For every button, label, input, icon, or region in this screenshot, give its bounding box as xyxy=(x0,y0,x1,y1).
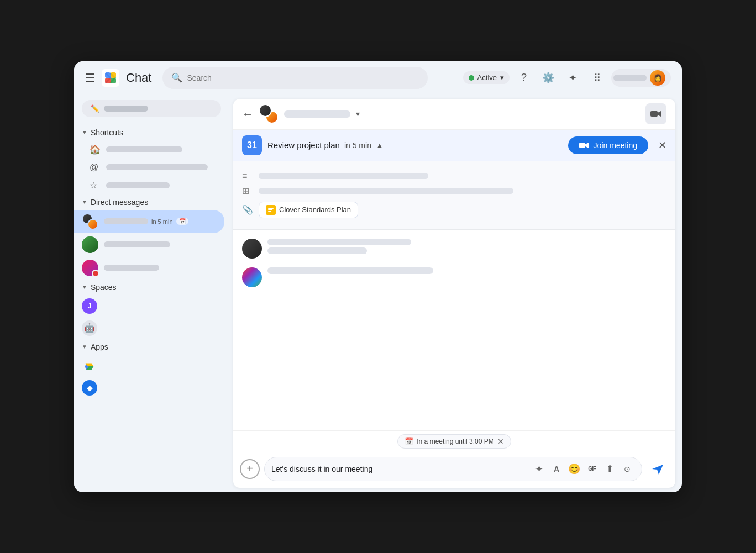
direct-messages-section-header[interactable]: ▼ Direct messages xyxy=(74,194,229,210)
message-row-1 xyxy=(242,239,666,259)
main-layout: ✏️ ▼ Shortcuts 🏠 @ ☆ ▼ xyxy=(74,94,682,492)
msg-bubble-1 xyxy=(267,239,411,254)
chat-avatar-group xyxy=(259,104,279,124)
status-button[interactable]: Active ▾ xyxy=(463,71,510,84)
svg-rect-8 xyxy=(268,208,274,209)
chat-area: ← ▾ 31 xyxy=(233,99,675,488)
apps-item-drive[interactable] xyxy=(74,355,224,377)
header-right xyxy=(645,103,666,124)
dm-item-2[interactable] xyxy=(74,256,224,280)
attachment-icon: 📎 xyxy=(242,204,253,215)
msg-bar-2 xyxy=(259,188,513,194)
emoji-button[interactable]: 😊 xyxy=(566,461,582,477)
attachment-name: Clover Standards Plan xyxy=(279,206,351,214)
apps-item-2[interactable]: ◆ xyxy=(74,377,224,399)
shortcuts-label: Shortcuts xyxy=(91,128,123,137)
layout-icon: ⊞ xyxy=(242,186,253,196)
dm-info-2 xyxy=(104,265,217,271)
dm-item-1[interactable] xyxy=(74,233,224,256)
message-input-field: ✦ A 😊 GIF ⬆ ⊙ xyxy=(264,457,642,481)
message-row-2 xyxy=(242,267,666,287)
apps-grid-button[interactable]: ⠿ xyxy=(587,68,607,88)
svg-rect-9 xyxy=(268,209,272,210)
search-input[interactable] xyxy=(187,73,419,82)
video-call-button[interactable] xyxy=(645,103,666,124)
dm-avatar-group-0 xyxy=(82,213,98,230)
status-close-button[interactable]: ✕ xyxy=(497,437,504,446)
chat-av1 xyxy=(259,104,272,117)
back-button[interactable]: ← xyxy=(242,108,253,120)
search-icon: 🔍 xyxy=(171,72,182,83)
status-dot xyxy=(469,75,474,81)
drive-icon xyxy=(82,358,97,373)
apps-label: Apps xyxy=(91,343,108,351)
msg-text-bar-1-2 xyxy=(267,247,367,254)
new-chat-icon: ✏️ xyxy=(91,104,99,113)
dm-avatar-1 xyxy=(82,236,98,253)
meeting-info: Review project plan in 5 min ▲ xyxy=(267,140,563,150)
add-attachment-button[interactable]: + xyxy=(240,459,260,479)
chat-messages xyxy=(233,230,675,430)
meeting-status-icon: 📅 xyxy=(405,437,413,445)
shortcuts-section-header[interactable]: ▼ Shortcuts xyxy=(74,125,229,140)
upload-button[interactable]: ⬆ xyxy=(602,461,617,477)
starred-icon: ☆ xyxy=(90,180,101,191)
spaces-item-1[interactable]: 🤖 xyxy=(74,317,224,339)
user-avatar-chip[interactable]: 👩 xyxy=(611,69,671,87)
msg-text-bar-1-1 xyxy=(267,239,411,245)
new-chat-button[interactable]: ✏️ xyxy=(82,100,221,117)
apps-chevron: ▼ xyxy=(82,344,87,350)
dm-name-bar-1 xyxy=(104,241,170,247)
meeting-time: in 5 min xyxy=(344,141,371,150)
record-button[interactable]: ⊙ xyxy=(620,461,635,477)
msg-avatar-1 xyxy=(242,239,262,259)
format-text-button[interactable]: A xyxy=(549,461,564,477)
search-bar[interactable]: 🔍 xyxy=(162,67,428,89)
user-name-bar xyxy=(613,75,647,81)
spaces-section-header[interactable]: ▼ Spaces xyxy=(74,280,229,295)
msg-row-2: ⊞ xyxy=(242,183,666,198)
meeting-title-text: Review project plan xyxy=(267,140,340,150)
sidebar-item-mentions[interactable]: @ xyxy=(74,159,224,176)
dm-name-bar-2 xyxy=(104,265,159,271)
settings-button[interactable]: ⚙️ xyxy=(538,68,558,88)
dm-avatar-0-2 xyxy=(87,219,98,230)
hamburger-icon[interactable]: ☰ xyxy=(85,71,95,85)
mentions-label-bar xyxy=(106,164,208,170)
status-label: Active xyxy=(477,73,497,82)
help-button[interactable]: ? xyxy=(514,68,534,88)
dm-name-bar-0 xyxy=(104,218,148,224)
home-icon: 🏠 xyxy=(90,144,101,155)
attachment-file[interactable]: Clover Standards Plan xyxy=(259,202,358,218)
msg-bubble-2 xyxy=(267,267,433,274)
apps-section-header[interactable]: ▼ Apps xyxy=(74,339,229,355)
meeting-chevron[interactable]: ▲ xyxy=(376,141,384,150)
doc-icon xyxy=(266,205,276,215)
app-2-icon: ◆ xyxy=(82,380,97,396)
svg-rect-2 xyxy=(111,78,116,83)
ai-button[interactable]: ✦ xyxy=(563,68,582,88)
status-chevron: ▾ xyxy=(500,73,504,82)
spaces-label: Spaces xyxy=(91,283,117,292)
sidebar-item-home[interactable]: 🏠 xyxy=(74,140,224,159)
status-chip: 📅 In a meeting until 3:00 PM ✕ xyxy=(397,434,511,449)
direct-messages-label: Direct messages xyxy=(91,198,148,207)
join-meeting-button[interactable]: Join meeting xyxy=(568,136,648,154)
join-meeting-label: Join meeting xyxy=(594,141,637,150)
svg-rect-1 xyxy=(105,72,111,78)
dm-meeting-badge-0: 📅 xyxy=(176,218,188,225)
svg-rect-6 xyxy=(579,143,585,148)
dm-item-0[interactable]: in 5 min 📅 xyxy=(74,210,224,233)
send-button[interactable] xyxy=(647,458,669,480)
message-input[interactable] xyxy=(271,465,527,473)
attachment-row: 📎 Clover Standards Plan xyxy=(242,198,666,222)
ai-sparkle-button[interactable]: ✦ xyxy=(531,461,547,477)
gif-button[interactable]: GIF xyxy=(584,461,600,477)
spaces-chevron: ▼ xyxy=(82,284,87,290)
meeting-notification: 31 Review project plan in 5 min ▲ Join m… xyxy=(233,130,675,161)
spaces-item-0[interactable]: J xyxy=(74,295,224,317)
top-bar-right: Active ▾ ? ⚙️ ✦ ⠿ 👩 xyxy=(463,68,671,88)
close-notification-button[interactable]: ✕ xyxy=(658,139,666,151)
header-dropdown-icon[interactable]: ▾ xyxy=(356,109,360,118)
sidebar-item-starred[interactable]: ☆ xyxy=(74,176,224,194)
